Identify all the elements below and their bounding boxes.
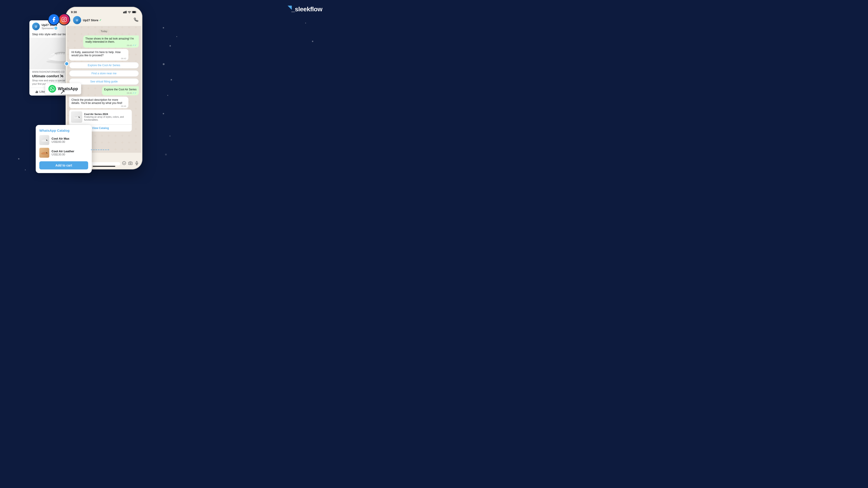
product-info: Cool Air Series 2024 Featuring an array … <box>84 113 130 121</box>
catalog-connector-line <box>91 150 109 150</box>
catalog-item-1: Cool Air Max US$160.00 <box>39 135 88 145</box>
svg-point-19 <box>123 162 126 165</box>
catalog-item-2: Cool Air Leather US$130.00 <box>39 148 88 158</box>
catalog-item-1-info: Cool Air Max US$160.00 <box>52 137 69 143</box>
store-avatar: U <box>73 16 81 24</box>
status-bar: 9:30 <box>67 8 141 15</box>
product-description: Featuring an array of styles, colors, an… <box>84 116 130 121</box>
add-to-cart-button[interactable]: Add to cart <box>39 161 88 169</box>
whatsapp-icon <box>49 85 56 93</box>
store-info: Up27 Store ✓ <box>83 19 132 22</box>
catalog-item-2-name: Cool Air Leather <box>52 150 74 153</box>
svg-rect-12 <box>123 12 124 13</box>
instagram-icon <box>58 13 70 25</box>
whatsapp-catalog-card: WhatsApp Catalog Cool Air Max US$160.00 … <box>36 125 92 173</box>
product-thumbnail <box>71 111 82 123</box>
sleekflow-logo: ◥_sleekflow <box>288 4 322 13</box>
svg-point-22 <box>130 163 131 164</box>
catalog-item-1-name: Cool Air Max <box>52 137 69 140</box>
mouse-cursor: ↗ <box>60 88 65 96</box>
status-time: 9:30 <box>71 10 77 14</box>
fb-sponsored-label: Sponsored 🌐 <box>41 27 57 30</box>
whatsapp-header: ‹ U Up27 Store ✓ <box>67 15 141 26</box>
verified-badge: ✓ <box>99 19 101 22</box>
catalog-item-2-price: US$130.00 <box>52 153 74 156</box>
svg-rect-14 <box>125 11 126 13</box>
store-name: Up27 Store ✓ <box>83 19 132 22</box>
home-indicator <box>93 166 115 167</box>
message-bubble-incoming-2: Check the product description for more d… <box>69 97 128 108</box>
message-bubble-incoming-1: Hi Kelly, awesome! I'm here to help. How… <box>69 49 128 61</box>
fb-store-avatar: U <box>32 23 40 30</box>
svg-rect-18 <box>132 11 136 13</box>
svg-rect-13 <box>124 11 125 13</box>
message-bubble-outgoing-1: Those shoes in the ad look amazing! I'm … <box>83 35 139 48</box>
catalog-item-1-price: US$160.00 <box>52 140 69 143</box>
call-button[interactable] <box>134 18 138 23</box>
message-bubble-outgoing-2: Explore the Cool Air Series 09:45 ✓✓ <box>102 86 139 95</box>
message-time-1: 09:43 ✓✓ <box>86 44 136 47</box>
svg-rect-0 <box>62 17 66 22</box>
message-time-3: 09:45 ✓✓ <box>104 92 136 94</box>
product-name: Cool Air Series 2024 <box>84 113 130 116</box>
catalog-title: WhatsApp Catalog <box>39 129 88 132</box>
facebook-icon <box>48 13 60 25</box>
catalog-item-2-image <box>39 148 49 158</box>
message-time-4: 09:48 <box>71 105 126 107</box>
date-chip: Today <box>98 29 110 33</box>
svg-rect-15 <box>126 11 127 13</box>
svg-point-16 <box>129 13 130 13</box>
date-divider: Today <box>69 29 139 33</box>
product-card-inner: Cool Air Series 2024 Featuring an array … <box>69 109 132 125</box>
connection-indicator <box>64 61 69 66</box>
quick-reply-explore[interactable]: Explore the Cool Air Series <box>69 62 139 68</box>
social-icons-group <box>49 13 70 25</box>
mic-button[interactable] <box>135 161 139 166</box>
emoji-button[interactable] <box>122 161 126 166</box>
catalog-item-1-image <box>39 135 49 145</box>
quick-reply-store[interactable]: Find a store near me <box>69 70 139 76</box>
status-icons <box>123 11 137 13</box>
input-icons <box>122 161 139 166</box>
catalog-item-2-info: Cool Air Leather US$130.00 <box>52 150 74 156</box>
camera-button[interactable] <box>128 161 132 166</box>
message-time-2: 09:43 <box>71 57 126 60</box>
